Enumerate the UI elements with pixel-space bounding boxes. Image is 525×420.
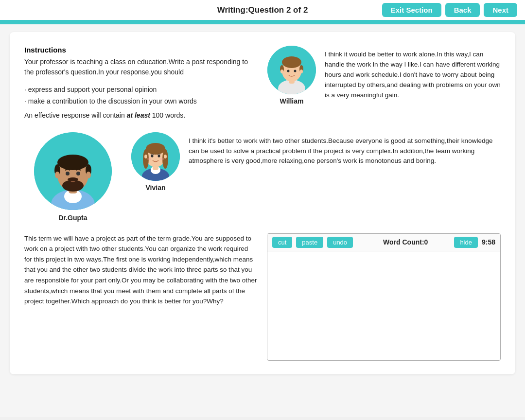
svg-point-8 [294,70,297,72]
vivian-panel: Vivian I think it's better to work with … [131,132,501,192]
william-avatar-container: William [267,46,316,105]
prompt-text: This term we will have a project as part… [24,233,257,307]
svg-point-4 [282,56,301,68]
header: Writing:Question 2 of 2 Exit Section Bac… [0,0,525,21]
page-title: Writing:Question 2 of 2 [217,5,308,15]
svg-point-7 [287,70,290,72]
timer: 9:58 [482,238,495,246]
svg-point-37 [147,158,151,160]
drgupta-avatar [34,132,112,210]
middle-section: Dr.Gupta [24,132,501,222]
svg-point-33 [144,155,147,158]
bullet-2: · make a contribution to the discussion … [24,96,258,107]
word-count: Word Count:0 [361,238,450,246]
writing-toolbar: cut paste undo Word Count:0 hide 9:58 [267,234,500,251]
top-section: Instructions Your professor is teaching … [24,46,501,121]
main-content: Instructions Your professor is teaching … [0,24,525,417]
drgupta-panel: Dr.Gupta [24,132,122,222]
vivian-avatar-container: Vivian [131,132,180,192]
undo-button[interactable]: undo [327,237,353,248]
vivian-speech: I think it's better to work with two oth… [189,132,501,167]
cut-button[interactable]: cut [272,237,292,248]
instructions-bullets: · express and support your personal opin… [24,84,258,107]
vivian-avatar [131,132,180,181]
svg-point-32 [146,143,165,155]
svg-point-19 [55,172,60,178]
svg-point-36 [158,155,160,158]
william-avatar [267,46,316,94]
svg-point-10 [300,70,303,73]
writing-textarea[interactable] [267,251,500,358]
bullet-1: · express and support your personal opin… [24,84,258,96]
svg-point-22 [76,172,80,175]
paste-button[interactable]: paste [296,237,323,248]
william-name: William [280,97,304,105]
writing-panel: cut paste undo Word Count:0 hide 9:58 [267,233,501,361]
svg-point-16 [57,155,88,170]
instructions-body: Your professor is teaching a class on ed… [24,57,258,77]
back-button[interactable]: Back [445,3,480,17]
exit-section-button[interactable]: Exit Section [382,3,441,17]
svg-point-35 [151,155,154,158]
instructions-panel: Instructions Your professor is teaching … [24,46,258,121]
svg-point-21 [66,172,70,175]
svg-point-9 [280,70,283,73]
header-buttons: Exit Section Back Next [382,3,517,17]
hide-button[interactable]: hide [454,237,478,248]
svg-point-38 [160,158,164,160]
drgupta-name: Dr.Gupta [58,214,87,222]
svg-point-34 [164,155,167,158]
vivian-name: Vivian [146,184,166,192]
william-panel: William I think it would be better to wo… [267,46,501,121]
svg-point-24 [68,177,78,181]
william-speech: I think it would be better to work alone… [325,46,501,101]
content-card: Instructions Your professor is teaching … [10,32,515,374]
svg-point-20 [86,172,91,178]
bottom-section: This term we will have a project as part… [24,233,501,361]
instructions-effective: An effective response will contain at le… [24,110,258,121]
instructions-title: Instructions [24,46,258,54]
next-button[interactable]: Next [484,3,517,17]
